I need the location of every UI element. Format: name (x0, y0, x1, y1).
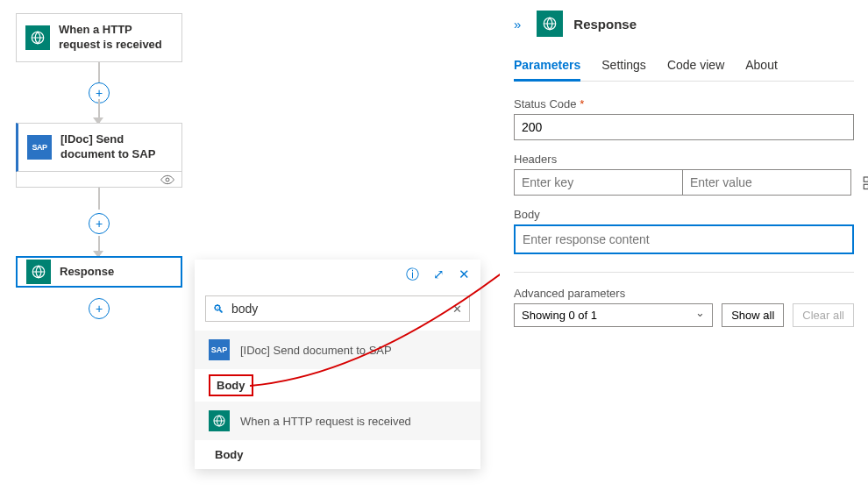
config-panel: » Response Parameters Settings Code view… (500, 0, 868, 491)
collapse-panel-icon[interactable]: » (514, 17, 521, 32)
node-http-label: When a HTTP request is received (59, 23, 173, 53)
popup-section-http-label: When a HTTP request is received (240, 415, 411, 428)
popup-section-sap[interactable]: SAP [IDoc] Send document to SAP (195, 331, 480, 369)
sap-icon: SAP (27, 135, 52, 160)
add-step-button[interactable]: + (89, 213, 110, 234)
clear-all-button[interactable]: Clear all (793, 303, 854, 327)
node-response-label: Response (60, 265, 114, 280)
svg-point-1 (166, 178, 169, 181)
node-sap-footer (16, 172, 182, 188)
visibility-icon (160, 174, 174, 185)
popup-search[interactable]: 🔍︎ ✕ (205, 295, 470, 322)
connector-line (98, 188, 100, 210)
svg-rect-5 (864, 177, 868, 181)
expand-icon[interactable]: ⤢ (433, 267, 445, 283)
clear-search-icon[interactable]: ✕ (452, 302, 462, 316)
popup-header: ⓘ ⤢ ✕ (195, 260, 480, 290)
tab-about[interactable]: About (745, 53, 778, 81)
header-key-input[interactable] (514, 169, 683, 196)
tab-settings[interactable]: Settings (601, 53, 646, 81)
node-sap-action[interactable]: SAP [IDoc] Send document to SAP (16, 123, 182, 172)
popup-section-http[interactable]: When a HTTP request is received (195, 402, 480, 440)
popup-section-sap-label: [IDoc] Send document to SAP (240, 344, 392, 357)
tab-code-view[interactable]: Code view (667, 53, 724, 81)
panel-title: Response (573, 17, 637, 32)
advanced-params-label: Advanced parameters (514, 287, 854, 300)
body-label: Body (514, 208, 854, 221)
search-input[interactable] (231, 302, 445, 316)
globe-icon (209, 410, 230, 431)
close-icon[interactable]: ✕ (459, 267, 470, 283)
status-code-label: Status Code * (514, 97, 854, 110)
globe-icon (25, 25, 50, 50)
globe-icon (26, 260, 51, 284)
advanced-params-select[interactable]: Showing 0 of 1 (514, 303, 713, 327)
panel-tabs: Parameters Settings Code view About (514, 53, 854, 82)
dynamic-content-body-sap[interactable]: Body (195, 369, 480, 402)
tab-parameters[interactable]: Parameters (514, 53, 580, 82)
search-icon: 🔍︎ (213, 302, 224, 316)
svg-rect-7 (864, 184, 868, 189)
globe-icon (537, 11, 563, 37)
header-value-input[interactable] (683, 169, 851, 196)
status-code-input[interactable] (514, 114, 854, 140)
dynamic-content-body-http[interactable]: Body (195, 440, 480, 469)
headers-label: Headers (514, 153, 854, 166)
dynamic-content-popup: ⓘ ⤢ ✕ 🔍︎ ✕ SAP [IDoc] Send document to S… (195, 260, 480, 469)
sap-icon: SAP (209, 339, 230, 360)
node-http-trigger[interactable]: When a HTTP request is received (16, 13, 182, 62)
switch-mode-icon[interactable] (862, 169, 868, 196)
node-response[interactable]: Response (16, 256, 182, 288)
info-icon[interactable]: ⓘ (406, 267, 419, 283)
node-sap-label: [IDoc] Send document to SAP (60, 132, 173, 162)
body-input[interactable] (514, 224, 854, 254)
show-all-button[interactable]: Show all (722, 303, 784, 327)
divider (514, 272, 854, 273)
add-step-button[interactable]: + (89, 298, 110, 319)
